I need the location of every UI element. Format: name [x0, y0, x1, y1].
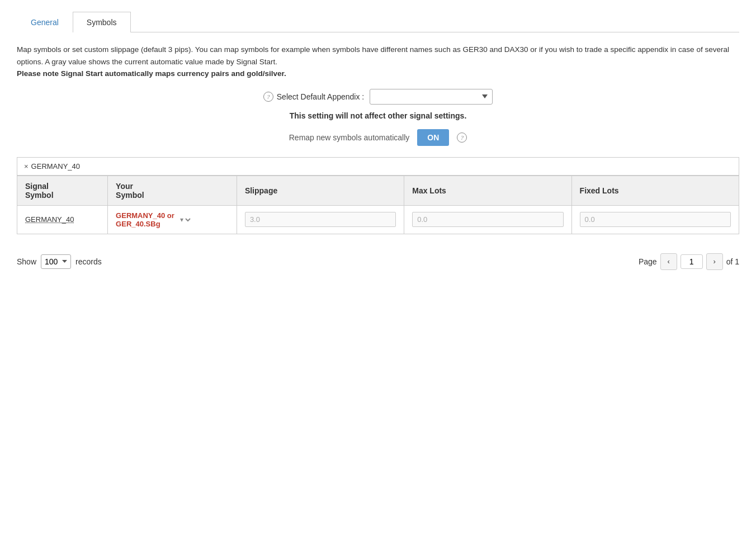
appendix-help-icon[interactable]: ? — [263, 92, 273, 102]
page-section: Page ‹ › of 1 — [639, 253, 739, 270]
tab-symbols-label: Symbols — [87, 18, 117, 27]
appendix-label-text: Select Default Appendix : — [277, 92, 364, 101]
fixed-lots-cell — [571, 205, 739, 234]
your-symbol-select[interactable]: ▾ — [178, 215, 192, 224]
your-symbol-wrapper: GERMANY_40 or GER_40.SBg ▾ — [116, 211, 229, 228]
records-label: records — [75, 257, 102, 266]
col-max-lots: Max Lots — [404, 176, 571, 205]
col-signal-symbol: SignalSymbol — [17, 176, 108, 205]
appendix-select[interactable]: Option 1 Option 2 — [370, 89, 493, 105]
max-lots-cell — [404, 205, 571, 234]
your-symbol-line1: GERMANY_40 or — [116, 211, 174, 220]
col-max-lots-label: Max Lots — [412, 186, 446, 195]
of-total-label: of 1 — [726, 257, 739, 266]
signal-symbol-value: GERMANY_40 — [25, 215, 74, 224]
tab-general-label: General — [31, 18, 59, 27]
table-row: GERMANY_40 GERMANY_40 or GER_40.SBg ▾ — [17, 205, 739, 234]
slippage-input[interactable] — [245, 212, 396, 227]
appendix-label: ? Select Default Appendix : — [263, 92, 364, 102]
show-records-select[interactable]: 10 25 50 100 — [41, 254, 71, 269]
description-text: Map symbols or set custom slippage (defa… — [17, 44, 739, 80]
signal-symbol-cell: GERMANY_40 — [17, 205, 108, 234]
col-fixed-lots: Fixed Lots — [571, 176, 739, 205]
fixed-lots-input[interactable] — [580, 212, 731, 227]
next-page-button[interactable]: › — [706, 253, 723, 270]
filter-tag: × GERMANY_40 — [24, 162, 80, 171]
prev-page-button[interactable]: ‹ — [660, 253, 677, 270]
remap-label: Remap new symbols automatically — [289, 133, 410, 142]
tab-general[interactable]: General — [17, 12, 73, 32]
col-your-symbol-label: YourSymbol — [116, 182, 144, 200]
filter-bar: × GERMANY_40 — [17, 157, 739, 176]
remap-row: Remap new symbols automatically ON ? — [289, 129, 467, 146]
col-fixed-lots-label: Fixed Lots — [580, 186, 619, 195]
tab-symbols[interactable]: Symbols — [73, 12, 131, 32]
page-label: Page — [639, 257, 657, 266]
slippage-cell — [237, 205, 404, 234]
description-main: Map symbols or set custom slippage (defa… — [17, 45, 729, 66]
your-symbol-value: GERMANY_40 or GER_40.SBg — [116, 211, 174, 228]
center-section: ? Select Default Appendix : Option 1 Opt… — [17, 89, 739, 146]
tab-bar: General Symbols — [17, 11, 739, 32]
filter-tag-label: GERMANY_40 — [31, 162, 80, 171]
page-number-input[interactable] — [681, 254, 703, 269]
show-label: Show — [17, 257, 36, 266]
your-symbol-cell: GERMANY_40 or GER_40.SBg ▾ — [108, 205, 237, 234]
remap-toggle-button[interactable]: ON — [417, 129, 449, 146]
max-lots-input[interactable] — [412, 212, 563, 227]
filter-close-icon[interactable]: × — [24, 162, 29, 171]
col-your-symbol: YourSymbol — [108, 176, 237, 205]
description-bold: Please note Signal Start automatically m… — [17, 69, 286, 78]
your-symbol-line2: GER_40.SBg — [116, 220, 160, 228]
remap-help-icon[interactable]: ? — [457, 132, 467, 143]
symbol-table: SignalSymbol YourSymbol Slippage Max Lot… — [17, 176, 739, 234]
setting-note: This setting will not affect other signa… — [290, 111, 467, 120]
col-slippage: Slippage — [237, 176, 404, 205]
pagination-bar: Show 10 25 50 100 records Page ‹ › of 1 — [17, 248, 739, 276]
col-signal-symbol-label: SignalSymbol — [25, 182, 54, 200]
table-header-row: SignalSymbol YourSymbol Slippage Max Lot… — [17, 176, 739, 205]
appendix-row: ? Select Default Appendix : Option 1 Opt… — [263, 89, 493, 105]
show-section: Show 10 25 50 100 records — [17, 254, 102, 269]
col-slippage-label: Slippage — [245, 186, 277, 195]
